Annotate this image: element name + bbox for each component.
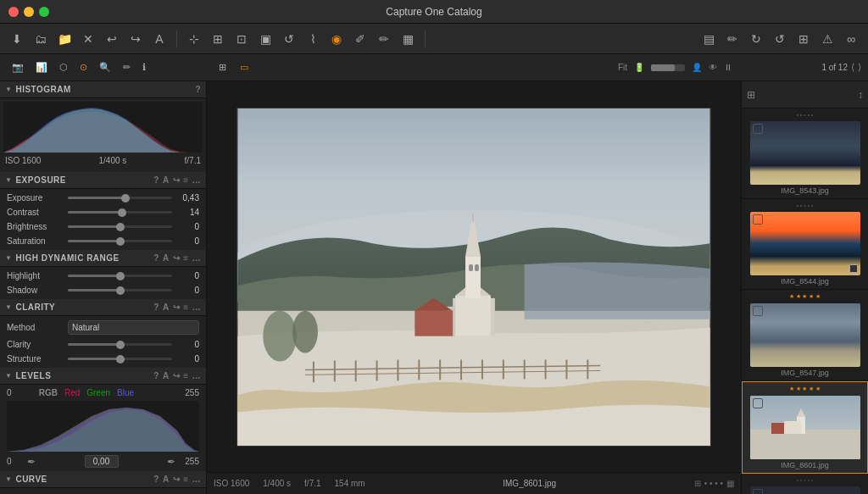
- gradient-tool[interactable]: ▦: [398, 29, 418, 49]
- shadow-track[interactable]: [68, 289, 172, 291]
- clarity-copy-icon[interactable]: ↪: [173, 303, 181, 312]
- brightness-thumb[interactable]: [116, 223, 125, 231]
- image-container[interactable]: [207, 81, 741, 472]
- saturation-thumb[interactable]: [116, 237, 125, 246]
- channel-green[interactable]: Green: [86, 388, 110, 397]
- curve-copy-icon[interactable]: ↪: [173, 475, 181, 484]
- exposure-question[interactable]: ?: [153, 175, 159, 185]
- person-icon[interactable]: 👤: [692, 63, 702, 72]
- exposure-menu-icon[interactable]: ≡: [183, 175, 188, 185]
- brightness-track[interactable]: [68, 225, 172, 228]
- thumb-checkbox-2[interactable]: [753, 214, 763, 225]
- zoom-tool[interactable]: ⊞: [208, 29, 228, 49]
- levels-question[interactable]: ?: [153, 371, 159, 380]
- filmstrip-item-4[interactable]: ★ ★ ★ ★ ★: [742, 381, 868, 474]
- black-point-eyedropper[interactable]: ✒: [27, 456, 36, 468]
- filmstrip-icon[interactable]: ⊞: [747, 89, 755, 101]
- thumb-checkbox-5[interactable]: [753, 489, 763, 494]
- close-button[interactable]: [8, 7, 19, 17]
- spot-removal-tool[interactable]: ✐: [350, 29, 370, 49]
- hdr-more-icon[interactable]: …: [192, 253, 202, 263]
- channel-red[interactable]: Red: [64, 388, 80, 397]
- clarity-menu-icon[interactable]: ≡: [183, 303, 188, 312]
- method-select[interactable]: Natural Punch Neutral: [68, 320, 199, 335]
- single-view-btn[interactable]: ▭: [235, 59, 253, 75]
- highlight-track[interactable]: [68, 275, 172, 277]
- cursor-tool[interactable]: ⊹: [184, 29, 204, 49]
- exposure-a-icon[interactable]: A: [163, 175, 170, 185]
- color-picker-tool[interactable]: ◉: [326, 29, 347, 49]
- tab-search[interactable]: 🔍: [94, 59, 116, 75]
- rotate-cw-icon[interactable]: ↻: [746, 29, 766, 49]
- curve-question[interactable]: ?: [153, 475, 159, 484]
- contrast-track[interactable]: [68, 211, 172, 214]
- rotate-tool[interactable]: ↺: [279, 29, 299, 49]
- open-icon[interactable]: 📁: [54, 29, 75, 49]
- undo-icon[interactable]: ↩: [102, 29, 122, 49]
- viewer-icon[interactable]: ∞: [841, 29, 861, 49]
- curve-header[interactable]: ▼ CURVE ? A ↪ ≡ …: [0, 471, 206, 488]
- browse-icon[interactable]: ▤: [698, 29, 719, 49]
- contrast-thumb[interactable]: [118, 208, 126, 217]
- redo-icon[interactable]: ↪: [125, 29, 146, 49]
- tab-adjust[interactable]: ✏: [118, 59, 136, 75]
- clarity-track[interactable]: [68, 343, 172, 346]
- warning-icon[interactable]: ⚠: [817, 29, 837, 49]
- hdr-question[interactable]: ?: [153, 253, 159, 263]
- curve-a-icon[interactable]: A: [163, 475, 170, 484]
- nav-next-icon[interactable]: ⟩: [858, 62, 861, 73]
- thumb-checkbox-3[interactable]: [753, 306, 763, 316]
- maximize-button[interactable]: [39, 7, 49, 17]
- clarity-header[interactable]: ▼ CLARITY ? A ↪ ≡ …: [0, 299, 206, 316]
- exposure-header[interactable]: ▼ EXPOSURE ? A ↪ ≡ …: [0, 172, 206, 189]
- rotate-icon[interactable]: A: [149, 29, 170, 49]
- bottom-grid-icon[interactable]: ⊞: [694, 479, 701, 488]
- filmstrip-item-2[interactable]: • • • • • IMG_8544.jpg: [742, 199, 868, 290]
- grid-view-btn[interactable]: ⊞: [214, 59, 231, 75]
- exposure-thumb[interactable]: [121, 194, 130, 203]
- clarity-a-icon[interactable]: A: [163, 303, 170, 312]
- white-point-eyedropper[interactable]: ✒: [167, 456, 175, 468]
- tab-info[interactable]: ℹ: [137, 59, 151, 75]
- bottom-dot-icon[interactable]: • • • •: [704, 479, 723, 488]
- eye-icon[interactable]: 👁: [709, 63, 717, 72]
- grid-icon[interactable]: ⊞: [793, 29, 814, 49]
- minimize-button[interactable]: [24, 7, 34, 17]
- levels-a-icon[interactable]: A: [163, 371, 170, 380]
- curve-more-icon[interactable]: …: [192, 475, 202, 484]
- new-session-icon[interactable]: 🗂: [31, 29, 51, 49]
- hdr-menu-icon[interactable]: ≡: [183, 253, 188, 263]
- filmstrip-sort-icon[interactable]: ↕: [858, 89, 863, 101]
- level-tool[interactable]: ⌇: [303, 29, 323, 49]
- filmstrip-item-3[interactable]: ★ ★ ★ ★ ★ IMG_8547.jpg: [742, 290, 868, 381]
- exposure-track[interactable]: [68, 197, 172, 199]
- saturation-track[interactable]: [68, 240, 172, 242]
- window-controls[interactable]: [8, 7, 49, 17]
- close-icon[interactable]: ✕: [78, 29, 98, 49]
- structure-track[interactable]: [68, 358, 172, 360]
- exposure-copy-icon[interactable]: ↪: [173, 175, 181, 185]
- levels-copy-icon[interactable]: ↪: [173, 371, 181, 380]
- filmstrip-item-5[interactable]: • • • • •: [742, 474, 868, 494]
- crop-tool[interactable]: ▣: [255, 29, 275, 49]
- rotate-ccw-icon[interactable]: ↺: [770, 29, 790, 49]
- levels-header[interactable]: ▼ LEVELS ? A ↪ ≡ …: [0, 368, 206, 385]
- levels-menu-icon[interactable]: ≡: [183, 371, 188, 380]
- tab-color[interactable]: ⬡: [54, 59, 73, 75]
- clarity-more-icon[interactable]: …: [192, 303, 202, 312]
- exposure-more-icon[interactable]: …: [192, 175, 202, 185]
- histogram-question-icon[interactable]: ?: [195, 85, 201, 94]
- clarity-question[interactable]: ?: [153, 303, 159, 312]
- bottom-expand-icon[interactable]: ▦: [726, 479, 734, 488]
- clarity-thumb[interactable]: [116, 341, 125, 349]
- curve-menu-icon[interactable]: ≡: [183, 475, 188, 484]
- hdr-copy-icon[interactable]: ↪: [173, 253, 181, 263]
- levels-input-midpoint[interactable]: [85, 455, 119, 468]
- tab-exposure[interactable]: ⊙: [75, 59, 92, 75]
- shadow-thumb[interactable]: [116, 286, 125, 295]
- import-icon[interactable]: ⬇: [7, 29, 27, 49]
- tab-camera[interactable]: 📷: [7, 59, 29, 75]
- nav-prev-icon[interactable]: ⟨: [851, 62, 854, 73]
- brush-tool[interactable]: ✏: [374, 29, 394, 49]
- pause-icon[interactable]: ⏸: [724, 63, 732, 72]
